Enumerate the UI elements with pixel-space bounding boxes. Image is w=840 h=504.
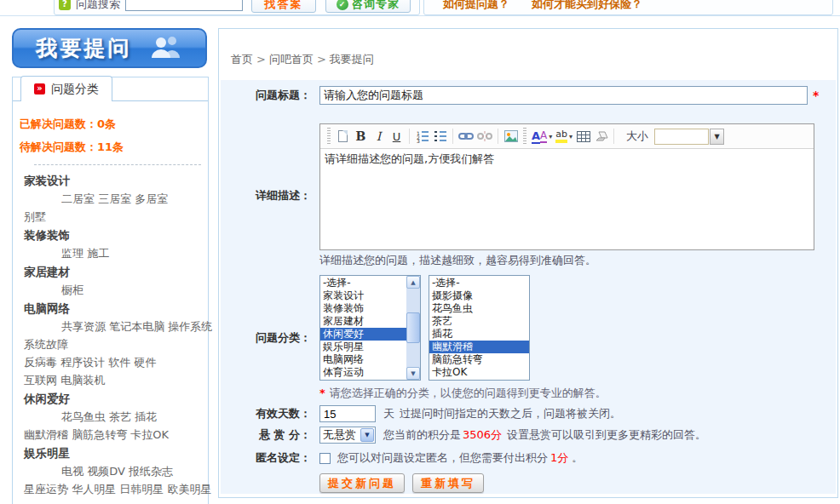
ask-question-form: 问题标题： * 详细描述： BIU123AA▾ab▾ 大小 (221, 80, 836, 494)
description-row: 详细描述： BIU123AA▾ab▾ 大小 ▼ (221, 123, 836, 268)
option-茶艺[interactable]: 茶艺 (429, 315, 529, 328)
option-幽默滑稽[interactable]: 幽默滑稽 (429, 341, 529, 353)
category-row: 问题分类： -选择-家装设计装修装饰家居建材休闲爱好娱乐明星电脑网络体育运动 ▲… (221, 275, 836, 401)
reward-selected-value: 无悬赏 (320, 427, 360, 443)
option-娱乐明星[interactable]: 娱乐明星 (320, 341, 406, 353)
category-subitems[interactable]: 监理 施工 (24, 244, 201, 262)
category-header[interactable]: 装修装饰 (24, 226, 201, 244)
category-subitems[interactable]: 幽默滑稽 脑筋急转弯 卡拉OK (24, 426, 201, 444)
dropdown-arrow-icon[interactable]: ▼ (710, 129, 724, 145)
scroll-up-icon[interactable]: ▲ (406, 276, 420, 289)
category-header[interactable]: 娱乐明星 (24, 444, 201, 462)
underline-icon[interactable]: U (388, 127, 406, 146)
option-家居建材[interactable]: 家居建材 (320, 315, 406, 328)
current-points: 3506分 (463, 427, 502, 443)
category-subitems[interactable]: 星座运势 华人明星 日韩明星 欧美明星 (24, 480, 201, 498)
help-link[interactable]: 如何才能买到好保险？ (532, 0, 642, 12)
scrollbar: ▲ ▼ (406, 276, 420, 380)
toolbar-separator (613, 129, 614, 144)
scrollbar-thumb[interactable] (406, 312, 420, 343)
reward-hint-prefix: 您当前的积分是 (383, 427, 461, 443)
highlight-icon[interactable]: ab▾ (554, 127, 574, 146)
option-家装设计[interactable]: 家装设计 (320, 289, 406, 302)
option-体育运动[interactable]: 体育运动 (320, 366, 406, 379)
category-subitems[interactable]: 系统故障 (24, 335, 201, 353)
option-装修装饰[interactable]: 装修装饰 (320, 302, 406, 315)
category-header[interactable]: 家装设计 (24, 171, 201, 190)
link-icon[interactable] (457, 127, 475, 146)
submit-question-button[interactable]: 提交新问题 (319, 473, 405, 493)
option--选择-[interactable]: -选择- (429, 277, 529, 289)
option-插花[interactable]: 插花 (429, 328, 529, 341)
reset-form-button[interactable]: 重新填写 (412, 473, 484, 493)
category-list-primary: -选择-家装设计装修装饰家居建材休闲爱好娱乐明星电脑网络体育运动 ▲ ▼ (319, 275, 421, 381)
anonymous-points: 1分 (550, 450, 568, 466)
question-title-label: 问题标题： (221, 88, 311, 103)
top-bar: 问题搜索 找答案 咨询专家 如何提问题？如何才能买到好保险？ (0, 0, 840, 16)
search-input[interactable] (125, 0, 243, 11)
category-header[interactable]: 电脑网络 (24, 299, 201, 318)
font-size-select[interactable] (654, 129, 709, 145)
question-title-input[interactable] (319, 86, 808, 105)
option-卡拉OK[interactable]: 卡拉OK (429, 366, 529, 379)
dashed-divider (34, 164, 201, 165)
reward-row: 悬 赏 分： 无悬赏 ▼ 您当前的积分是 3506分 设置悬赏可以吸引到更多更精… (221, 427, 836, 444)
breadcrumb: 首页>问吧首页>我要提问 (219, 29, 837, 80)
question-title-row: 问题标题： * (221, 86, 836, 105)
table-icon[interactable] (574, 127, 592, 146)
editor-content[interactable]: 请详细描述您的问题,方便我们解答 (320, 149, 814, 249)
breadcrumb-item: 我要提问 (330, 53, 374, 66)
valid-days-label: 有效天数： (221, 406, 311, 421)
banner-title: 我要提问 (37, 34, 132, 62)
category-subitems[interactable]: 橱柜 (24, 281, 201, 299)
bold-icon[interactable]: B (352, 127, 370, 146)
category-header[interactable]: 家居建材 (24, 262, 201, 281)
description-hint: 详细描述您的问题，描述越细致，越容易得到准确回答。 (319, 253, 596, 268)
category-hint-text: 请您选择正确的分类，以使您的问题得到更专业的解答。 (330, 387, 607, 399)
question-bubble-icon (59, 0, 71, 10)
help-link[interactable]: 如何提问题？ (443, 0, 509, 12)
category-subitems[interactable]: 反病毒 程序设计 软件 硬件 (24, 353, 201, 371)
dropdown-arrow-icon[interactable]: ▼ (360, 428, 374, 442)
red-arrow-icon (34, 83, 45, 94)
tab-question-categories[interactable]: 问题分类 (20, 76, 112, 101)
consult-expert-button[interactable]: 咨询专家 (325, 0, 411, 13)
italic-icon[interactable]: I (370, 127, 388, 146)
toolbar-drag-handle[interactable] (327, 128, 331, 145)
category-subitems[interactable]: 别墅 (24, 208, 201, 226)
unordered-list-icon[interactable] (431, 127, 449, 146)
option-电脑网络[interactable]: 电脑网络 (320, 353, 406, 366)
option-花鸟鱼虫[interactable]: 花鸟鱼虫 (429, 302, 529, 315)
option--选择-[interactable]: -选择- (320, 277, 406, 289)
new-document-icon[interactable] (334, 127, 352, 146)
option-脑筋急转弯[interactable]: 脑筋急转弯 (429, 353, 529, 366)
category-subitems[interactable]: 花鸟鱼虫 茶艺 插花 (24, 408, 201, 426)
breadcrumb-item[interactable]: 首页 (231, 53, 253, 66)
option-摄影摄像[interactable]: 摄影摄像 (429, 289, 529, 302)
scroll-down-icon[interactable]: ▼ (406, 367, 420, 380)
scrollbar-track[interactable] (406, 289, 420, 367)
breadcrumb-separator: > (317, 53, 326, 66)
valid-days-hint: 过提问时间指定的天数之后，问题将被关闭。 (400, 406, 621, 421)
anonymous-checkbox[interactable] (319, 453, 331, 464)
category-subitems[interactable]: 二居室 三居室 多居室 (24, 190, 201, 208)
valid-days-input[interactable] (319, 405, 376, 422)
category-subitems[interactable]: 互联网 电脑装机 (24, 371, 201, 389)
consult-expert-label: 咨询专家 (352, 0, 400, 12)
breadcrumb-item[interactable]: 问吧首页 (269, 53, 314, 66)
toolbar-drag-handle[interactable] (523, 128, 526, 145)
eraser-icon[interactable] (592, 127, 610, 146)
category-header[interactable]: 休闲爱好 (24, 389, 201, 408)
reward-select[interactable]: 无悬赏 ▼ (319, 427, 376, 444)
option-休闲爱好[interactable]: 休闲爱好 (320, 328, 406, 341)
ordered-list-icon[interactable]: 123 (413, 127, 431, 146)
find-answer-button[interactable]: 找答案 (251, 0, 316, 13)
category-subitems[interactable]: 电视 视频DV 报纸杂志 (24, 462, 201, 480)
image-icon[interactable] (502, 127, 520, 146)
font-color-icon[interactable]: AA▾ (530, 127, 554, 146)
main-panel: 首页>问吧首页>我要提问 问题标题： * 详细描述： BIU123AA▾ab▾ … (218, 28, 838, 498)
unlink-icon[interactable] (475, 127, 494, 146)
required-mark: * (319, 387, 325, 399)
ask-question-banner[interactable]: 我要提问 (12, 28, 207, 68)
category-subitems[interactable]: 共享资源 笔记本电脑 操作系统 (24, 318, 201, 335)
